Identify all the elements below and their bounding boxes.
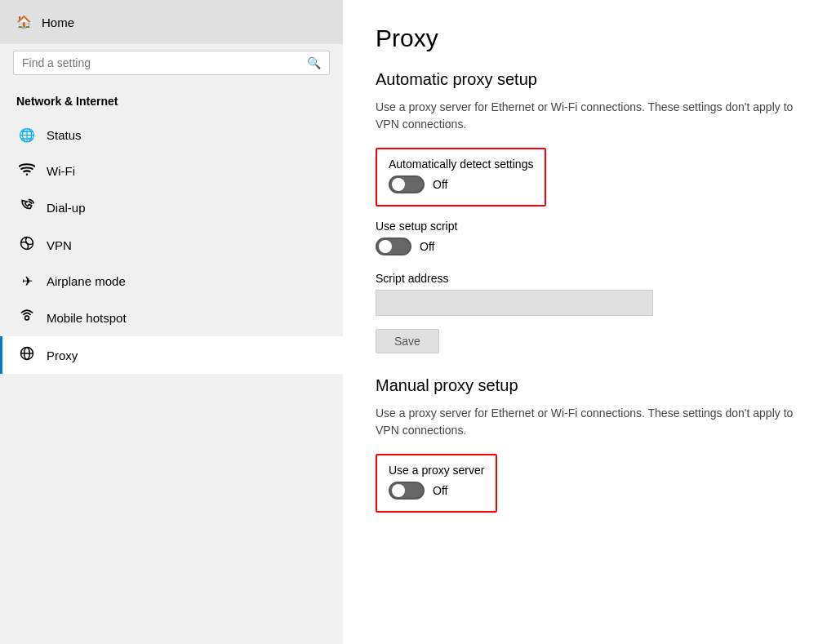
sidebar-item-status[interactable]: 🌐 Status (0, 118, 343, 153)
search-icon: 🔍 (307, 56, 321, 69)
status-icon: 🌐 (19, 127, 35, 143)
auto-detect-block: Automatically detect settings Off (376, 148, 546, 207)
use-proxy-label: Use a proxy server (389, 464, 484, 477)
sidebar-item-label: Status (47, 128, 82, 142)
main-content: Proxy Automatic proxy setup Use a proxy … (343, 0, 836, 644)
sidebar-item-wifi[interactable]: Wi-Fi (0, 153, 343, 189)
page-title: Proxy (376, 24, 803, 52)
sidebar-item-label: Mobile hotspot (47, 311, 127, 325)
save-button[interactable]: Save (376, 329, 439, 353)
sidebar-item-vpn[interactable]: VPN (0, 226, 343, 264)
script-address-input[interactable] (376, 290, 653, 316)
automatic-description: Use a proxy server for Ethernet or Wi-Fi… (376, 99, 803, 133)
setup-script-toggle-label: Off (420, 240, 434, 253)
auto-detect-toggle-row: Off (389, 175, 533, 193)
sidebar-item-label: Proxy (47, 349, 78, 362)
use-proxy-toggle-row: Off (389, 482, 484, 500)
proxy-icon (19, 346, 35, 364)
automatic-section-title: Automatic proxy setup (376, 70, 803, 89)
use-proxy-block: Use a proxy server Off (376, 454, 497, 513)
sidebar-item-label: Dial-up (47, 201, 86, 215)
use-proxy-toggle[interactable] (389, 482, 425, 500)
sidebar-item-home[interactable]: 🏠 Home (0, 0, 343, 44)
svg-point-2 (25, 316, 29, 320)
setup-script-toggle[interactable] (376, 238, 411, 255)
manual-description: Use a proxy server for Ethernet or Wi-Fi… (376, 405, 803, 439)
sidebar-home-label: Home (42, 16, 74, 29)
script-address-label: Script address (376, 272, 803, 285)
vpn-icon (19, 236, 35, 254)
auto-detect-label: Automatically detect settings (389, 158, 533, 171)
svg-point-0 (26, 173, 29, 175)
setup-script-label: Use setup script (376, 220, 803, 233)
sidebar-item-hotspot[interactable]: Mobile hotspot (0, 299, 343, 336)
sidebar-item-label: VPN (47, 238, 72, 252)
sidebar-section-title: Network & Internet (0, 88, 343, 118)
dialup-icon (19, 198, 35, 216)
script-address-block: Script address (376, 272, 803, 316)
airplane-icon: ✈ (19, 273, 35, 289)
auto-detect-toggle-label: Off (433, 178, 447, 191)
sidebar-item-label: Wi-Fi (47, 164, 75, 178)
sidebar-item-proxy[interactable]: Proxy (0, 336, 343, 374)
manual-section-title: Manual proxy setup (376, 376, 803, 395)
wifi-icon (19, 162, 35, 179)
home-icon: 🏠 (16, 15, 32, 29)
sidebar-item-airplane[interactable]: ✈ Airplane mode (0, 264, 343, 299)
auto-detect-toggle[interactable] (389, 175, 425, 193)
sidebar-item-dialup[interactable]: Dial-up (0, 189, 343, 226)
sidebar: 🏠 Home 🔍 Network & Internet 🌐 Status Wi-… (0, 0, 343, 644)
setup-script-toggle-row: Off (376, 238, 803, 255)
use-proxy-toggle-label: Off (433, 484, 447, 497)
search-input[interactable] (22, 56, 307, 69)
setup-script-block: Use setup script Off (376, 220, 803, 255)
search-box[interactable]: 🔍 (13, 51, 330, 75)
sidebar-item-label: Airplane mode (47, 274, 126, 288)
hotspot-icon (19, 309, 35, 326)
